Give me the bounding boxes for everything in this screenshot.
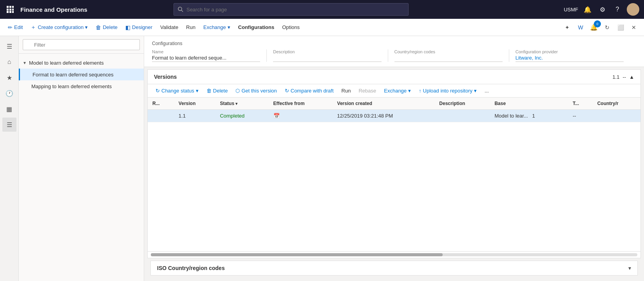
version-number: 1.1 xyxy=(612,74,619,80)
help-icon[interactable]: ? xyxy=(612,4,623,15)
configurations-button[interactable]: Configurations xyxy=(235,23,277,32)
iso-section: ISO Country/region codes ▾ xyxy=(150,261,638,276)
compare-with-draft-button[interactable]: ↻ Compare with draft xyxy=(282,87,337,95)
tree-parent-item[interactable]: ▼ Model to learn deferred elements xyxy=(19,57,144,69)
cell-version-created: 12/25/2019 03:21:48 PM xyxy=(333,110,435,122)
cell-version: 1.1 xyxy=(174,110,215,122)
svg-rect-7 xyxy=(9,11,11,13)
search-bar[interactable] xyxy=(174,3,409,16)
exchange-button[interactable]: Exchange ▾ xyxy=(200,23,233,32)
versions-exchange-button[interactable]: Exchange ▾ xyxy=(381,87,414,95)
compare-icon: ↻ xyxy=(285,88,289,94)
options-button[interactable]: Options xyxy=(279,23,303,32)
versions-nav: 1.1 -- ▲ xyxy=(612,74,634,80)
collapse-icon[interactable]: ▲ xyxy=(629,74,634,80)
cell-country xyxy=(593,110,640,122)
recent-icon[interactable]: 🕐 xyxy=(2,86,16,100)
upload-repository-button[interactable]: ↑ Upload into repository ▾ xyxy=(416,87,480,95)
col-version: Version xyxy=(174,98,215,110)
status-filter-icon[interactable]: ▾ xyxy=(235,102,237,106)
horizontal-scrollbar[interactable] xyxy=(148,251,640,258)
change-status-chevron: ▾ xyxy=(196,88,199,94)
plus-icon: ＋ xyxy=(31,24,36,31)
calendar-icon[interactable]: 📅 xyxy=(273,113,280,119)
avatar[interactable] xyxy=(627,3,639,16)
cell-base: Model to lear... 1 xyxy=(490,110,568,122)
main-toolbar: ✏ Edit ＋ Create configuration ▾ 🗑 Delete… xyxy=(0,19,644,36)
change-status-icon: ↻ xyxy=(156,88,160,94)
col-r: R... xyxy=(148,98,174,110)
description-value xyxy=(273,55,381,62)
edit-button[interactable]: ✏ Edit xyxy=(5,23,26,32)
bookmark-icon[interactable]: ✦ xyxy=(562,22,573,33)
app-title: Finance and Operations xyxy=(20,6,87,13)
base-link[interactable]: Model to lear... xyxy=(494,113,528,119)
notification-badge[interactable]: 🔔 0 xyxy=(588,22,599,33)
iso-collapse-icon[interactable]: ▾ xyxy=(628,265,631,271)
config-fields: Name Format to learn deferred seque... D… xyxy=(152,49,636,62)
svg-rect-8 xyxy=(12,11,14,13)
list-icon[interactable]: ☰ xyxy=(2,118,16,132)
scroll-track xyxy=(151,253,637,256)
scroll-thumb xyxy=(151,253,443,256)
cell-t: -- xyxy=(568,110,593,122)
collapse-arrow-icon: ▼ xyxy=(23,61,27,65)
user-label: USMF xyxy=(564,7,578,13)
star-icon[interactable]: ★ xyxy=(2,71,16,85)
designer-button[interactable]: ◧ Designer xyxy=(122,23,156,32)
content-area: Configurations Name Format to learn defe… xyxy=(144,36,644,281)
svg-rect-0 xyxy=(7,6,9,8)
col-description: Description xyxy=(434,98,490,110)
delete-button[interactable]: 🗑 Delete xyxy=(92,23,121,32)
badge-count: 0 xyxy=(594,20,601,27)
nav-separator: -- xyxy=(622,74,626,80)
hamburger-icon[interactable]: ☰ xyxy=(2,39,16,53)
exchange-chevron-icon: ▾ xyxy=(408,88,411,94)
svg-rect-1 xyxy=(9,6,11,8)
create-configuration-button[interactable]: ＋ Create configuration ▾ xyxy=(27,22,91,33)
col-t: T... xyxy=(568,98,593,110)
refresh-icon[interactable]: ↻ xyxy=(602,22,613,33)
tree-child-item-1[interactable]: Format to learn deferred sequences xyxy=(19,69,144,80)
maximize-icon[interactable]: ⬜ xyxy=(615,22,626,33)
upload-chevron-icon: ▾ xyxy=(474,88,477,94)
top-navigation: Finance and Operations USMF 🔔 ⚙ ? xyxy=(0,0,644,19)
svg-line-10 xyxy=(181,10,183,12)
sections-wrapper: Versions 1.1 -- ▲ ↻ Change status ▾ 🗑 xyxy=(144,67,644,281)
run-button[interactable]: Run xyxy=(183,23,199,32)
versions-run-button[interactable]: Run xyxy=(338,87,354,95)
description-label: Description xyxy=(273,49,381,54)
grid-menu-icon[interactable] xyxy=(5,4,16,15)
notification-icon[interactable]: 🔔 xyxy=(582,4,593,15)
filter-bar: 🔍 xyxy=(19,36,144,54)
home-icon[interactable]: ⌂ xyxy=(2,55,16,69)
search-input[interactable] xyxy=(186,7,404,13)
cell-effective-from: 📅 xyxy=(269,110,333,122)
change-status-button[interactable]: ↻ Change status ▾ xyxy=(152,87,202,95)
settings-icon[interactable]: ⚙ xyxy=(597,4,608,15)
provider-value[interactable]: Litware, Inc. xyxy=(516,55,624,62)
filter-input[interactable] xyxy=(23,39,140,50)
cell-r xyxy=(148,110,174,122)
office-icon[interactable]: W xyxy=(575,22,586,33)
tree-child2-label: Mapping to learn deferred elements xyxy=(31,83,112,89)
tree-child-item-2[interactable]: Mapping to learn deferred elements xyxy=(19,80,144,92)
config-section-title: Configurations xyxy=(152,41,636,46)
table-row[interactable]: 1.1 Completed 📅 12/25/2019 03:21:48 PM M… xyxy=(148,110,640,122)
versions-table: R... Version Status ▾ Effective from Ver… xyxy=(148,98,640,251)
name-label: Name xyxy=(152,49,260,54)
svg-rect-5 xyxy=(12,9,14,11)
versions-title: Versions xyxy=(154,74,177,80)
chevron-down-icon: ▾ xyxy=(85,24,88,30)
workspace-icon[interactable]: ▦ xyxy=(2,102,16,116)
close-icon[interactable]: ✕ xyxy=(628,22,639,33)
toolbar-right-actions: ✦ W 🔔 0 ↻ ⬜ ✕ xyxy=(562,22,639,33)
designer-icon: ◧ xyxy=(125,24,130,31)
get-this-version-button[interactable]: ⬡ Get this version xyxy=(232,87,280,95)
more-button[interactable]: ... xyxy=(481,87,492,95)
versions-toolbar: ↻ Change status ▾ 🗑 Delete ⬡ Get this ve… xyxy=(148,84,640,98)
base-version-link[interactable]: 1 xyxy=(532,113,535,119)
validate-button[interactable]: Validate xyxy=(157,23,181,32)
col-effective-from: Effective from xyxy=(269,98,333,110)
versions-delete-button[interactable]: 🗑 Delete xyxy=(203,87,231,95)
